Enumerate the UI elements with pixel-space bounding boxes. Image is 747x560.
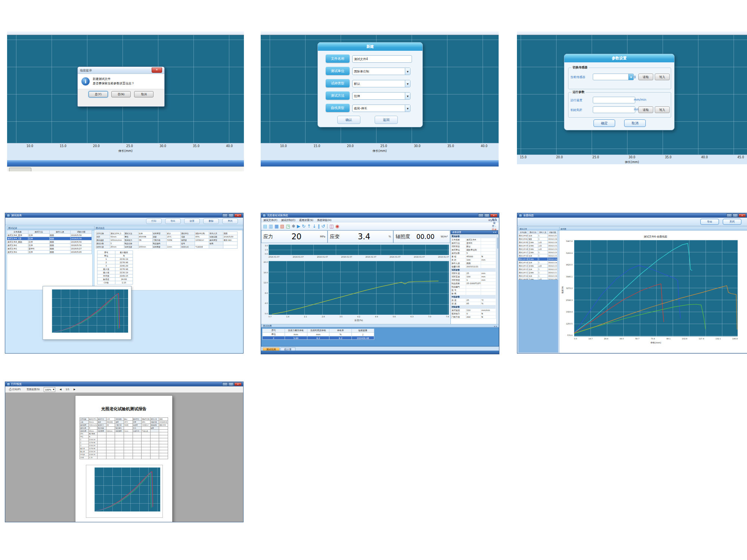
cancel-button[interactable]: 取消 — [134, 91, 154, 97]
panel-close-icon[interactable]: ✕ — [496, 325, 497, 327]
close-icon[interactable]: ✕ — [738, 214, 746, 217]
close-button[interactable]: 关闭 — [222, 218, 238, 224]
param-row[interactable]: 温 度25℃ — [451, 299, 496, 302]
param-row[interactable]: 试样宽度100mm — [451, 275, 496, 279]
pin-icon[interactable]: ▾ — [494, 325, 495, 327]
run-speed-input[interactable] — [593, 97, 635, 103]
param-row[interactable]: 通用参数 — [451, 235, 496, 238]
sensor-read-button[interactable]: 读取 — [638, 74, 653, 80]
group-row[interactable]: 试样参数 — [451, 268, 496, 272]
delete-file-icon[interactable]: ▧ — [280, 224, 284, 229]
param-row[interactable]: 预加张力0N — [451, 312, 496, 315]
param-row[interactable]: 试样类型默认 — [451, 245, 496, 248]
record-row[interactable]: 测试文件02拉伸12016/1/21 — [518, 234, 558, 237]
window-title-bar[interactable]: 打印预览 – □ ✕ — [5, 382, 243, 386]
param-row[interactable]: 创建日期2015/11/21 — [451, 265, 496, 268]
pause-icon[interactable]: ∥ — [317, 224, 320, 229]
dropdown-arrow-icon[interactable]: ▼ — [628, 74, 633, 80]
test-method-select[interactable]: 拉伸▼ — [352, 92, 410, 100]
file-name-input[interactable]: 测试文件4 — [352, 55, 412, 63]
export-button[interactable]: 导出 — [700, 219, 719, 225]
record-row[interactable]: 测试文件12拉伸12016/1/12 — [518, 268, 558, 271]
divider-icon[interactable]: | — [326, 224, 328, 229]
result-row[interactable]: 25.606.26.2202409.48 — [263, 336, 374, 340]
group-row[interactable]: 环境参数 — [451, 295, 496, 299]
maximize-icon[interactable]: □ — [484, 214, 490, 217]
param-row[interactable]: 试样厚度1mm — [451, 279, 496, 282]
close-icon[interactable]: ✕ — [234, 382, 242, 386]
group-row[interactable]: 通用参数 — [451, 235, 496, 238]
dialog-title[interactable]: 参数设置 — [564, 54, 674, 62]
record-row[interactable]: 测试文件4_圆园拉伸圆圆2016/5/30 — [7, 240, 92, 244]
close-icon[interactable]: ✕ — [490, 214, 498, 217]
param-row[interactable]: 批 号 — [451, 289, 496, 292]
sample-type-select[interactable]: 默认▼ — [352, 80, 410, 87]
start-icon[interactable]: ▶ — [297, 224, 300, 229]
param-row[interactable]: 测试单位国际单位制 — [451, 248, 496, 252]
down-icon[interactable]: ↓ — [312, 224, 316, 229]
sensor-write-button[interactable]: 写入 — [655, 74, 670, 80]
record-row[interactable]: 测试文件19定伸长小目2016/1/15 — [518, 244, 558, 248]
dialog-title[interactable]: 新建 — [318, 43, 422, 51]
display-icon[interactable]: ◫ — [329, 224, 334, 229]
open-file-icon[interactable]: ▥ — [269, 224, 273, 229]
record-row[interactable]: 测试文件1拉伸圆圆2016/5/30 — [7, 244, 92, 247]
new-file-icon[interactable]: ▤ — [263, 224, 267, 229]
menu-item[interactable]: 系统帮助(H) — [317, 218, 332, 222]
param-row[interactable]: 制品名称25-1000T12F带 — [451, 282, 496, 285]
menu-item[interactable]: 测试控制(C) — [281, 218, 295, 222]
param-row[interactable]: 操作人员圆圆 — [451, 262, 496, 265]
param-row[interactable]: 试样参数 — [451, 268, 496, 272]
taskbar-tab[interactable] — [9, 168, 31, 171]
record-row[interactable]: 测试文件10拉伸12016/1/10 — [518, 274, 558, 278]
gap-read-button[interactable]: 读取 — [638, 106, 653, 113]
initial-gap-input[interactable] — [593, 106, 635, 113]
param-row[interactable]: 控制参数 — [451, 305, 496, 309]
param-row[interactable]: 测试次数5 — [451, 252, 496, 255]
record-row[interactable]: 测试文件1定伸长圆圆2016/5/27 — [7, 247, 92, 251]
param-row[interactable]: 文件名称测试文件4 — [451, 238, 496, 242]
up-icon[interactable]: ↑ — [307, 224, 311, 229]
menu-item[interactable]: 通用设置(S) — [299, 218, 313, 222]
param-row[interactable]: 夹 距100mm — [451, 258, 496, 262]
record-row[interactable]: 测试文件16拉伸12016/1/15 — [518, 254, 558, 258]
dialog-title-bar[interactable]: 信息提示 ✕ — [78, 67, 164, 74]
window-title-bar[interactable]: 全曲线图 – □ ✕ — [517, 213, 747, 218]
maximize-icon[interactable]: □ — [228, 382, 234, 386]
dropdown-arrow-icon[interactable]: ▼ — [405, 93, 410, 99]
return-icon[interactable]: ↺ — [321, 224, 325, 229]
record-row[interactable]: 测试文件1拉伸圆圆2016/5/26 — [7, 251, 92, 254]
param-row[interactable]: 环境参数 — [451, 295, 496, 299]
print-button[interactable]: ⎙打印(P) — [7, 387, 22, 392]
cancel-button[interactable]: 取消 — [624, 119, 646, 127]
params-panel-header[interactable]: 参数设置 ▾ ✕ — [450, 230, 498, 234]
save-icon[interactable]: ▦ — [275, 224, 279, 229]
minimize-icon[interactable]: – — [478, 214, 484, 217]
dropdown-arrow-icon[interactable]: ▼ — [405, 105, 410, 112]
record-row[interactable]: 测试文件4_定伸拉伸圆圆2016/5/30 — [7, 234, 92, 237]
param-row[interactable]: 标 商 — [451, 292, 496, 295]
zoom-select[interactable]: 100%▼ — [44, 387, 55, 392]
settings-button[interactable]: 设置 — [184, 218, 200, 224]
record-row[interactable]: 测试文件17定伸长12016/1/15 — [518, 251, 558, 254]
minimize-icon[interactable]: – — [726, 214, 732, 217]
reset-icon[interactable]: ↻ — [302, 224, 306, 229]
confirm-button[interactable]: 确认 — [337, 116, 360, 124]
record-row[interactable]: 测试文件20定伸长小目2016/1/16 — [518, 241, 558, 244]
page-setup-button[interactable]: 页面设置(S) — [25, 387, 41, 392]
back-button[interactable]: 返回 — [375, 116, 398, 124]
settings-gear-icon[interactable]: ✱ — [292, 224, 295, 229]
minimize-icon[interactable]: – — [222, 382, 228, 386]
print-button[interactable]: 打印 — [146, 218, 162, 224]
record-row[interactable]: 测试文件4_1定拉伸圆圆2016/5/30 — [7, 237, 92, 240]
gap-write-button[interactable]: 写入 — [655, 106, 670, 113]
curve-type-select[interactable]: 载荷-伸长▼ — [352, 105, 410, 112]
menu-item[interactable]: 测试文件(F) — [263, 218, 278, 222]
param-row[interactable]: 试样长度25mm — [451, 272, 496, 275]
param-row[interactable]: 制品编号 — [451, 285, 496, 289]
window-title-bar[interactable]: 光照老化试验系统 – □ ✕ — [261, 213, 499, 218]
no-button[interactable]: 否(N) — [111, 91, 131, 97]
yes-button[interactable]: 是(Y) — [89, 91, 108, 97]
panel-close-icon[interactable]: ✕ — [495, 231, 496, 233]
param-row[interactable]: 量 程45000N — [451, 255, 496, 258]
